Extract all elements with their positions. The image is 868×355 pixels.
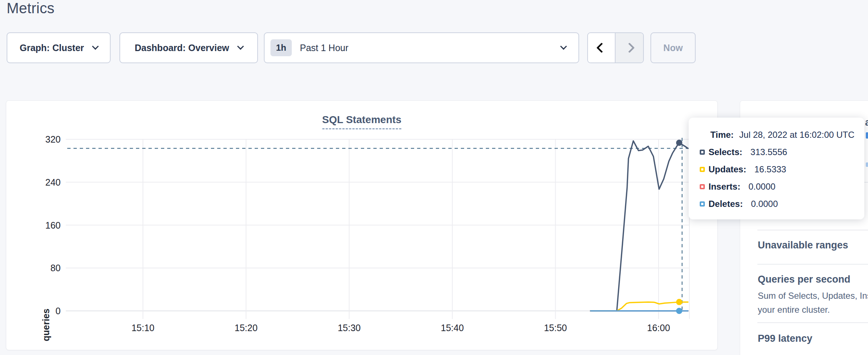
tooltip-series-row: Inserts: 0.0000 (689, 178, 864, 195)
divider (757, 264, 868, 265)
sidebar-description-line: your entire cluster. (758, 303, 830, 317)
chevron-down-icon (237, 43, 244, 50)
page-title: Metrics (7, 0, 54, 17)
svg-text:240: 240 (45, 177, 61, 187)
tooltip-time-label: Time: (710, 130, 734, 140)
chevron-right-icon (624, 43, 634, 53)
tooltip-series-label: Deletes: (709, 199, 743, 209)
dashboard-dropdown[interactable]: Dashboard: Overview (119, 32, 258, 63)
svg-text:320: 320 (45, 134, 61, 144)
svg-text:80: 80 (50, 263, 61, 273)
tooltip-series-value: 0.0000 (749, 182, 775, 192)
svg-text:0: 0 (55, 306, 61, 316)
time-range-label: Past 1 Hour (300, 43, 561, 53)
clipped-link-fragment (866, 162, 868, 167)
tooltip-series-value: 0.0000 (751, 199, 778, 209)
chevron-down-icon (560, 43, 567, 50)
inserts-series-swatch-icon (700, 184, 705, 189)
next-time-window-button-disabled[interactable] (616, 33, 643, 62)
previous-time-window-button[interactable] (588, 33, 616, 62)
tooltip-series-row: Deletes: 0.0000 (689, 195, 864, 212)
tooltip-series-row: Updates: 16.5333 (689, 161, 864, 178)
svg-text:15:30: 15:30 (338, 323, 361, 333)
tooltip-time-row: Time: Jul 28, 2022 at 16:02:00 UTC (689, 126, 864, 143)
tooltip-time-value: Jul 28, 2022 at 16:02:00 UTC (739, 130, 855, 140)
sidebar-heading-unavailable-ranges: Unavailable ranges (758, 240, 848, 251)
chart-hover-tooltip: Time: Jul 28, 2022 at 16:02:00 UTC Selec… (689, 118, 864, 219)
tooltip-series-row: Selects: 313.5556 (689, 143, 864, 161)
divider (757, 230, 868, 230)
sidebar-heading-p99-latency: P99 latency (758, 333, 813, 344)
tooltip-series-label: Updates: (709, 164, 746, 175)
chart-plot-area[interactable]: 08016024032015:1015:2015:3015:4015:5016:… (6, 101, 718, 351)
updates-series-swatch-icon (700, 167, 705, 172)
now-button[interactable]: Now (650, 32, 696, 63)
sidebar-description-line: Sum of Selects, Updates, Inser (758, 289, 868, 303)
time-window-pager (587, 32, 644, 63)
svg-text:15:40: 15:40 (441, 323, 464, 333)
svg-text:160: 160 (45, 220, 61, 230)
clipped-link-fragment (866, 132, 868, 139)
time-range-dropdown[interactable]: 1h Past 1 Hour (264, 32, 579, 63)
svg-text:15:20: 15:20 (234, 323, 258, 333)
time-range-badge: 1h (270, 39, 292, 56)
deletes-series-swatch-icon (700, 201, 705, 207)
tooltip-series-value: 313.5556 (750, 147, 787, 157)
dashboard-dropdown-label: Dashboard: Overview (134, 43, 229, 53)
svg-text:15:10: 15:10 (132, 323, 155, 333)
svg-text:16:00: 16:00 (647, 323, 670, 333)
chevron-left-icon (596, 43, 606, 53)
graph-scope-dropdown-label: Graph: Cluster (19, 43, 84, 53)
tooltip-series-value: 16.5333 (754, 164, 786, 175)
tooltip-series-label: Selects: (709, 147, 742, 157)
graph-scope-dropdown[interactable]: Graph: Cluster (7, 32, 111, 63)
chevron-down-icon (92, 43, 98, 50)
tooltip-series-label: Inserts: (709, 182, 740, 192)
divider (757, 322, 868, 323)
sql-statements-chart-card: SQL Statements queries 08016024032015:10… (6, 100, 718, 350)
clipped-heading-fragment: a (865, 117, 868, 128)
svg-text:15:50: 15:50 (544, 323, 567, 333)
sidebar-heading-queries-per-second: Queries per second (758, 274, 850, 285)
selects-series-swatch-icon (700, 150, 705, 155)
